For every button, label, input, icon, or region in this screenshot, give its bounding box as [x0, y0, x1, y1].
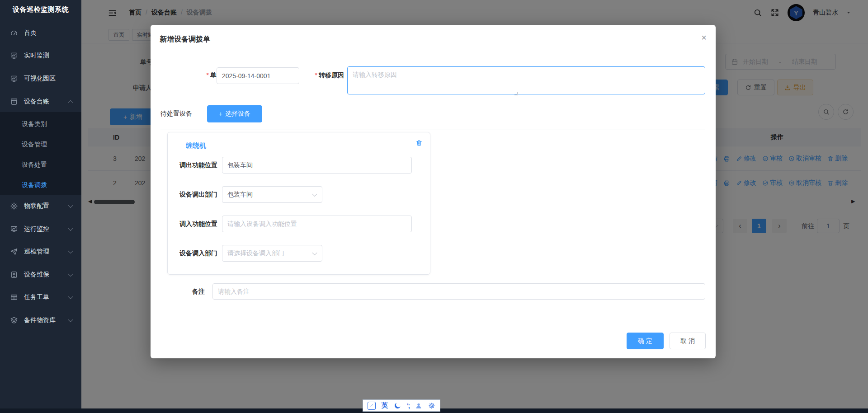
chevron-down-icon: [68, 294, 73, 299]
person-icon: [415, 402, 422, 409]
cancel-button[interactable]: 取 消: [670, 333, 706, 349]
sidebar-item-inspection-management[interactable]: 巡检管理: [0, 241, 81, 262]
device-card: 缠绕机 调出功能位置 包装车间 设备调出部门 包装车间 调入功能位置 请输入设备…: [167, 132, 430, 275]
sidebar-item-realtime-monitor[interactable]: 实时监测: [0, 45, 81, 66]
sidebar-item-device-disposal[interactable]: 设备处置: [0, 155, 81, 175]
new-transfer-order-dialog: 新增设备调拨单 × *单号 *转移原因 待处置设备 + 选择设备 缠绕机 调出功…: [151, 25, 716, 358]
sidebar-item-label: 首页: [24, 29, 37, 37]
ime-fullhalf-toggle[interactable]: [394, 402, 401, 409]
confirm-label: 确 定: [638, 337, 652, 345]
in-department-select[interactable]: 请选择设备调入部门: [222, 245, 322, 262]
in-department-placeholder: 请选择设备调入部门: [227, 249, 284, 258]
sidebar-item-label: 实时监测: [24, 52, 49, 60]
select-device-button[interactable]: + 选择设备: [207, 105, 262, 122]
sidebar-item-label: 设备台账: [24, 98, 49, 106]
sidebar: 设备巡检监测系统 首页 实时监测 可视化园区 设备台账 设备类别 设备管理 设备…: [0, 0, 81, 408]
sidebar-item-device-maintenance[interactable]: 设备维保: [0, 264, 81, 285]
app-title: 设备巡检监测系统: [0, 5, 81, 14]
ime-punctuation-toggle[interactable]: ';: [407, 402, 410, 409]
monitor-icon: [10, 75, 18, 83]
chevron-down-icon: [68, 249, 73, 253]
sidebar-subitem-label: 设备管理: [22, 141, 47, 149]
ime-user-button[interactable]: [415, 402, 422, 409]
sidebar-item-home[interactable]: 首页: [0, 23, 81, 43]
sidebar-item-device-management[interactable]: 设备管理: [0, 134, 81, 155]
archive-box-icon: [10, 98, 18, 106]
sidebar-subitem-label: 设备类别: [22, 120, 47, 128]
sidebar-item-device-category[interactable]: 设备类别: [0, 114, 81, 134]
reason-textarea[interactable]: [347, 66, 705, 94]
plus-icon: +: [219, 110, 222, 117]
layers-icon: [10, 316, 18, 324]
in-location-input[interactable]: 请输入设备调入功能位置: [222, 216, 412, 232]
sidebar-item-device-ledger[interactable]: 设备台账: [0, 91, 81, 112]
pending-devices-label: 待处置设备: [160, 110, 192, 118]
ime-toolbar: 英 ';: [363, 399, 440, 412]
select-device-label: 选择设备: [225, 110, 250, 118]
chevron-down-icon: [68, 317, 73, 322]
sidebar-item-task-workorder[interactable]: 任务工单: [0, 287, 81, 308]
sidebar-item-label: 物联配置: [24, 202, 49, 210]
sidebar-item-operation-monitor[interactable]: 运行监控: [0, 219, 81, 239]
notebook-icon: [10, 271, 18, 279]
monitor-icon: [10, 52, 18, 60]
reason-label: *转移原因: [300, 71, 344, 80]
sidebar-item-label: 巡检管理: [24, 248, 49, 256]
cancel-label: 取 消: [680, 337, 695, 345]
chevron-down-icon: [68, 272, 73, 277]
close-icon[interactable]: ×: [701, 33, 707, 42]
sidebar-item-iot-config[interactable]: 物联配置: [0, 196, 81, 216]
sidebar-item-label: 备件物资库: [24, 316, 56, 324]
paper-plane-icon: [10, 248, 18, 256]
remark-label: 备注: [178, 288, 205, 296]
gear-icon: [428, 402, 435, 409]
sidebar-item-label: 设备维保: [24, 271, 49, 279]
sidebar-item-label: 可视化园区: [24, 75, 56, 83]
out-department-label: 设备调出部门: [172, 191, 217, 199]
out-department-value: 包装车间: [227, 191, 253, 199]
ime-language-toggle[interactable]: 英: [381, 401, 388, 410]
device-name: 缠绕机: [186, 141, 206, 150]
divider: [160, 130, 705, 130]
ime-settings-button[interactable]: [428, 402, 435, 409]
chevron-up-icon: [68, 100, 73, 105]
screen: 设备巡检监测系统 首页 实时监测 可视化园区 设备台账 设备类别 设备管理 设备…: [0, 0, 868, 413]
in-location-placeholder: 请输入设备调入功能位置: [227, 220, 297, 228]
out-location-value: 包装车间: [227, 161, 253, 169]
out-department-select[interactable]: 包装车间: [222, 186, 322, 203]
sidebar-item-visual-park[interactable]: 可视化园区: [0, 68, 81, 89]
trash-icon: [415, 139, 423, 146]
grid-icon: [10, 293, 18, 301]
pen-box-icon: [368, 402, 376, 410]
required-asterisk: *: [315, 71, 317, 79]
order-no-input[interactable]: [217, 67, 299, 84]
chevron-down-icon: [312, 250, 317, 255]
monitor-icon: [10, 225, 18, 233]
chevron-down-icon: [68, 226, 73, 231]
sidebar-subitem-label: 设备调拨: [22, 181, 47, 189]
pen-icon: [369, 403, 374, 408]
ime-logo-button[interactable]: [368, 402, 376, 410]
out-location-label: 调出功能位置: [172, 161, 217, 169]
dialog-title: 新增设备调拨单: [160, 35, 210, 44]
in-location-label: 调入功能位置: [172, 220, 217, 228]
sidebar-item-device-transfer[interactable]: 设备调拨: [0, 175, 81, 195]
dashboard-icon: [10, 29, 18, 37]
label-text: 转移原因: [319, 71, 344, 79]
sidebar-item-spare-parts[interactable]: 备件物资库: [0, 310, 81, 331]
chevron-down-icon: [312, 191, 317, 196]
remove-device-trash-icon[interactable]: [415, 139, 423, 146]
moon-icon: [394, 402, 401, 409]
in-department-label: 设备调入部门: [172, 249, 217, 258]
required-asterisk: *: [207, 71, 209, 79]
sidebar-item-label: 任务工单: [24, 293, 49, 301]
gear-icon: [10, 202, 18, 210]
chevron-down-icon: [68, 203, 73, 208]
remark-input[interactable]: [212, 283, 705, 300]
order-no-label: *单号: [178, 71, 223, 80]
confirm-button[interactable]: 确 定: [627, 333, 664, 349]
sidebar-subitem-label: 设备处置: [22, 161, 47, 169]
sidebar-item-label: 运行监控: [24, 225, 49, 233]
out-location-input[interactable]: 包装车间: [222, 157, 412, 174]
